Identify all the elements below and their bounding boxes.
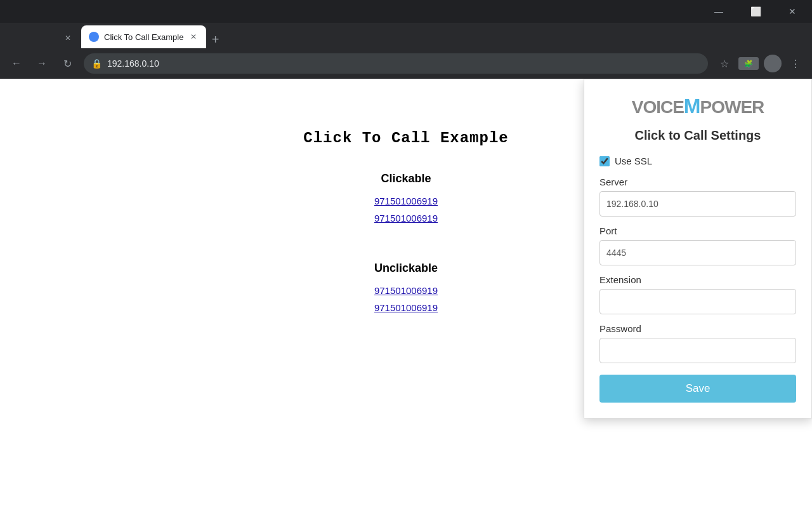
logo-m: M [684, 95, 700, 117]
server-input[interactable] [599, 191, 796, 217]
ssl-row: Use SSL [599, 156, 796, 166]
ssl-checkbox[interactable] [599, 156, 610, 166]
unclickable-heading: Unclickable [303, 262, 508, 275]
password-input[interactable] [599, 338, 796, 363]
clickable-phone-2[interactable]: 971501006919 [303, 213, 508, 224]
title-bar: — ⬜ ✕ [0, 0, 812, 23]
unclickable-section: Unclickable 971501006919 971501006919 [303, 262, 508, 313]
page-content: Click To Call Example Clickable 97150100… [0, 79, 812, 508]
main-text-area: Click To Call Example Clickable 97150100… [303, 130, 508, 319]
save-button[interactable]: Save [599, 375, 796, 403]
port-input[interactable] [599, 240, 796, 265]
tab-bar: ✕ Click To Call Example ✕ + [0, 23, 812, 48]
port-label: Port [599, 225, 796, 236]
logo-power: POWER [700, 97, 764, 117]
reload-button[interactable]: ↻ [58, 55, 76, 72]
tab-close-icon[interactable]: ✕ [65, 34, 71, 43]
new-tab-button[interactable]: + [206, 30, 224, 48]
back-button[interactable]: ← [8, 55, 25, 72]
extension-input[interactable] [599, 289, 796, 314]
bookmark-button[interactable]: ☆ [716, 55, 733, 72]
brand-logo: VOICEMPOWER [599, 95, 796, 118]
clickable-phone-1[interactable]: 971501006919 [303, 196, 508, 206]
menu-button[interactable]: ⋮ [787, 55, 804, 72]
clickable-heading: Clickable [303, 172, 508, 185]
address-bar: ← → ↻ 🔒 192.168.0.10 ☆ 🧩 ⋮ [0, 48, 812, 79]
extension-button[interactable]: 🧩 [738, 57, 759, 70]
address-input[interactable]: 🔒 192.168.0.10 [84, 53, 708, 74]
tab-active-label: Click To Call Example [104, 32, 183, 42]
unclickable-phone-2[interactable]: 971501006919 [303, 302, 508, 313]
maximize-button[interactable]: ⬜ [741, 0, 770, 23]
server-label: Server [599, 177, 796, 187]
minimize-button[interactable]: — [704, 0, 733, 23]
tab-inactive[interactable]: ✕ [5, 28, 81, 48]
password-label: Password [599, 323, 796, 334]
address-text: 192.168.0.10 [107, 58, 159, 69]
ssl-label: Use SSL [615, 156, 652, 166]
extension-label: Extension [599, 274, 796, 285]
window-controls: — ⬜ ✕ [704, 0, 807, 23]
settings-panel: VOICEMPOWER Click to Call Settings Use S… [584, 79, 812, 418]
logo: VOICEMPOWER [632, 97, 764, 117]
forward-button[interactable]: → [33, 55, 51, 72]
toolbar-right: ☆ 🧩 ⋮ [716, 55, 804, 72]
logo-voice: VOICE [632, 97, 684, 117]
browser-window: — ⬜ ✕ ✕ Click To Call Example ✕ + ← → ↻ … [0, 0, 812, 508]
tab-close-button[interactable]: ✕ [188, 32, 199, 42]
lock-icon: 🔒 [91, 58, 102, 69]
close-button[interactable]: ✕ [778, 0, 807, 23]
tab-active[interactable]: Click To Call Example ✕ [81, 25, 206, 48]
tab-favicon [89, 32, 99, 42]
settings-title: Click to Call Settings [599, 128, 796, 143]
page-title: Click To Call Example [303, 130, 508, 147]
profile-button[interactable] [764, 55, 782, 72]
unclickable-phone-1[interactable]: 971501006919 [303, 285, 508, 296]
